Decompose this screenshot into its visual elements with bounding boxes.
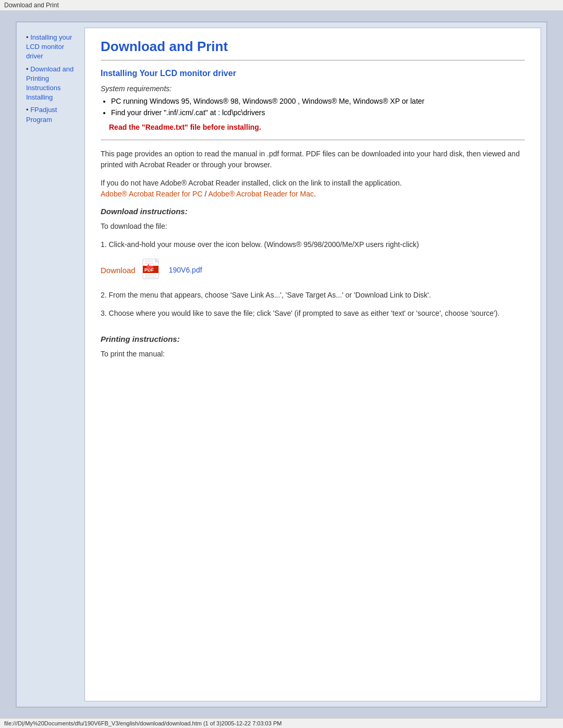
download-link[interactable]: Download xyxy=(101,266,136,275)
step2-text: 2. From the menu that appears, choose 'S… xyxy=(101,290,525,301)
divider-2 xyxy=(101,140,525,140)
sidebar: • Installing your LCD monitor driver • D… xyxy=(22,28,84,701)
download-row: Download PDF xyxy=(101,258,525,281)
bullet-2: • xyxy=(26,65,30,73)
page-title: Download and Print xyxy=(101,39,525,55)
sidebar-item-download-print[interactable]: • Download and Printing Instructions Ins… xyxy=(26,65,80,103)
pdf-icon[interactable]: PDF xyxy=(142,258,163,281)
sidebar-link-download[interactable]: Download and Printing Instructions Insta… xyxy=(26,65,74,102)
section-title: Installing Your LCD monitor driver xyxy=(101,69,525,78)
print-intro: To print the manual: xyxy=(101,349,525,360)
acrobat-link-pc[interactable]: Adobe® Acrobat Reader for PC xyxy=(101,190,203,198)
sidebar-link-installing[interactable]: Installing your LCD monitor driver xyxy=(26,33,72,60)
status-bar-text: file:///D|/My%20Documents/dfu/190V6FB_V3… xyxy=(4,720,282,726)
print-instructions-title: Printing instructions: xyxy=(101,335,525,343)
sidebar-link-fpadjust[interactable]: FPadjust Program xyxy=(26,106,57,123)
intro-paragraph-2: If you do not have Adobe® Acrobat Reader… xyxy=(101,178,525,200)
sidebar-item-fpadjust[interactable]: • FPadjust Program xyxy=(26,105,80,124)
system-req-label: System requirements: xyxy=(101,84,525,93)
requirement-1: PC running Windows 95, Windows® 98, Wind… xyxy=(111,97,525,105)
requirements-list: PC running Windows 95, Windows® 98, Wind… xyxy=(111,97,525,117)
step3-text: 3. Choose where you would like to save t… xyxy=(101,308,525,319)
intro-paragraph-1: This page provides an option to read the… xyxy=(101,149,525,170)
divider-1 xyxy=(101,60,525,60)
sidebar-item-installing-lcd[interactable]: • Installing your LCD monitor driver xyxy=(26,33,80,61)
readme-warning: Read the "Readme.txt" file before instal… xyxy=(109,123,525,131)
bullet-3: • xyxy=(26,106,30,114)
download-instructions-title: Download instructions: xyxy=(101,207,525,216)
status-bar: file:///D|/My%20Documents/dfu/190V6FB_V3… xyxy=(0,718,563,728)
acrobat-link-mac[interactable]: Adobe® Acrobat Reader for Mac xyxy=(208,190,314,198)
requirement-2: Find your driver ".inf/.icm/.cat" at : l… xyxy=(111,108,525,117)
step1-text: 1. Click-and-hold your mouse over the ic… xyxy=(101,239,525,250)
pdf-filename-link[interactable]: 190V6.pdf xyxy=(169,266,202,274)
bullet-1: • xyxy=(26,33,30,41)
svg-text:PDF: PDF xyxy=(144,267,154,273)
title-bar-text: Download and Print xyxy=(4,2,59,9)
main-content: Download and Print Installing Your LCD m… xyxy=(84,28,541,701)
title-bar: Download and Print xyxy=(0,0,563,11)
download-intro: To download the file: xyxy=(101,221,525,232)
